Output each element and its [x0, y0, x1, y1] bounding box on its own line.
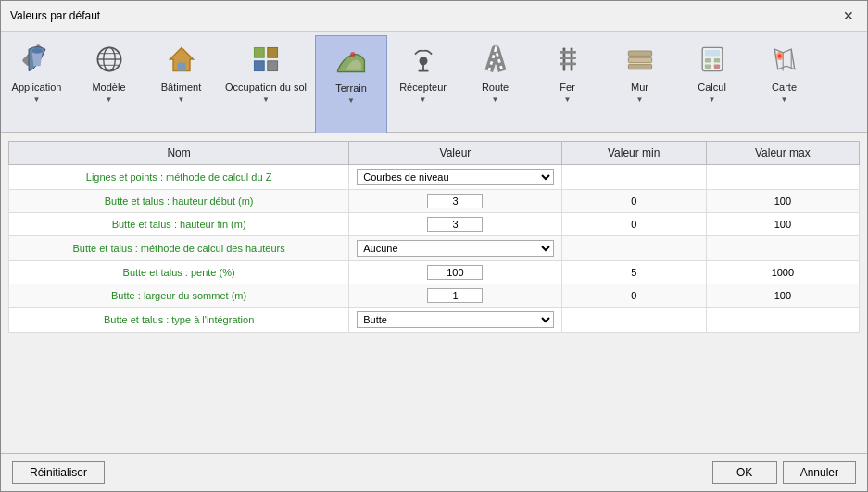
svg-rect-10: [268, 47, 278, 57]
row-value-3[interactable]: AucuneMéthode 1Méthode 2: [349, 236, 562, 261]
row-value-1[interactable]: [349, 190, 562, 213]
toolbar-label-mur: Mur: [631, 82, 648, 94]
toolbar-item-route[interactable]: Route▼: [459, 35, 532, 132]
row-max-6: [706, 308, 859, 333]
title-bar: Valeurs par défaut ✕: [1, 1, 867, 32]
svg-rect-23: [628, 64, 651, 69]
col-header-min: Valeur min: [561, 142, 706, 165]
terrain-icon: [333, 42, 370, 79]
row-value-0[interactable]: Courbes de niveauPoints ZAucune: [349, 165, 562, 190]
toolbar-label-recepteur: Récepteur: [399, 82, 447, 94]
bottom-bar: Réinitialiser OK Annuler: [1, 453, 867, 491]
toolbar-item-carte[interactable]: Carte▼: [748, 35, 821, 132]
content-area: Nom Valeur Valeur min Valeur max Lignes …: [1, 133, 867, 453]
toolbar-label-application: Application: [12, 82, 62, 94]
row-select-0[interactable]: Courbes de niveauPoints ZAucune: [357, 169, 554, 185]
occupation-icon: [247, 41, 284, 78]
toolbar-item-calcul[interactable]: Calcul▼: [676, 35, 748, 132]
row-name-5: Butte : largeur du sommet (m): [9, 284, 349, 308]
ok-button[interactable]: OK: [712, 461, 777, 484]
mur-icon: [622, 41, 659, 78]
row-select-3[interactable]: AucuneMéthode 1Méthode 2: [357, 240, 554, 257]
toolbar-arrow-terrain: ▼: [347, 96, 355, 105]
row-value-4[interactable]: [349, 261, 562, 284]
dialog-title: Valeurs par défaut: [10, 9, 100, 22]
row-max-2: 100: [706, 213, 859, 236]
toolbar-item-terrain[interactable]: Terrain▼: [315, 35, 387, 133]
toolbar-arrow-calcul: ▼: [709, 95, 716, 104]
svg-rect-9: [254, 47, 264, 57]
toolbar-arrow-batiment: ▼: [178, 95, 185, 104]
svg-rect-27: [713, 58, 719, 63]
row-max-1: 100: [706, 190, 859, 213]
table-row: Butte et talus : type à l'intégrationBut…: [9, 308, 860, 333]
svg-rect-21: [628, 51, 651, 56]
row-max-5: 100: [706, 284, 859, 308]
recepteur-icon: [405, 41, 442, 78]
row-input-5[interactable]: [427, 288, 483, 303]
svg-rect-25: [704, 50, 719, 56]
toolbar-label-calcul: Calcul: [698, 82, 726, 94]
toolbar-label-terrain: Terrain: [335, 82, 367, 95]
toolbar-arrow-mur: ▼: [636, 95, 644, 104]
toolbar-label-batiment: Bâtiment: [161, 82, 201, 94]
toolbar-item-occupation[interactable]: Occupation du sol▼: [218, 35, 315, 132]
row-min-6: [561, 308, 706, 333]
svg-rect-19: [560, 57, 576, 59]
svg-rect-12: [268, 61, 278, 71]
close-button[interactable]: ✕: [839, 6, 858, 25]
row-min-0: [561, 165, 706, 190]
row-input-1[interactable]: [427, 194, 483, 208]
reset-button[interactable]: Réinitialiser: [12, 461, 105, 484]
row-name-3: Butte et talus : méthode de calcul des h…: [9, 236, 349, 261]
application-icon: [19, 41, 56, 78]
row-min-4: 5: [561, 261, 706, 284]
table-row: Butte et talus : hauteur fin (m)0100: [9, 213, 860, 236]
row-min-3: [561, 236, 706, 261]
toolbar-label-fer: Fer: [560, 82, 575, 94]
table-row: Butte et talus : hauteur début (m)0100: [9, 190, 860, 213]
toolbar-label-occupation: Occupation du sol: [225, 82, 307, 94]
toolbar-arrow-application: ▼: [33, 95, 41, 104]
toolbar-item-modele[interactable]: Modèle▼: [73, 35, 145, 132]
row-value-2[interactable]: [349, 213, 562, 236]
data-table: Nom Valeur Valeur min Valeur max Lignes …: [8, 141, 860, 333]
row-min-2: 0: [561, 213, 706, 236]
toolbar-arrow-occupation: ▼: [262, 95, 270, 104]
toolbar-label-modele: Modèle: [92, 82, 125, 94]
dialog: Valeurs par défaut ✕ Application▼Modèle▼…: [0, 0, 868, 492]
fer-icon: [549, 41, 586, 78]
toolbar-item-application[interactable]: Application▼: [1, 35, 73, 132]
toolbar-label-route: Route: [482, 82, 509, 94]
svg-point-13: [350, 52, 355, 57]
toolbar-arrow-carte: ▼: [781, 95, 788, 104]
toolbar-item-batiment[interactable]: Bâtiment▼: [145, 35, 218, 132]
svg-rect-11: [254, 61, 264, 71]
ok-cancel-group: OK Annuler: [712, 461, 856, 484]
svg-point-1: [31, 48, 42, 53]
row-value-6[interactable]: ButteTalusAucune: [349, 308, 562, 333]
toolbar-item-mur[interactable]: Mur▼: [604, 35, 676, 132]
toolbar-item-fer[interactable]: Fer▼: [532, 35, 604, 132]
toolbar-item-recepteur[interactable]: Récepteur▼: [387, 35, 459, 132]
row-min-5: 0: [561, 284, 706, 308]
svg-rect-28: [704, 64, 710, 69]
row-name-6: Butte et talus : type à l'intégration: [9, 308, 349, 333]
col-header-name: Nom: [9, 142, 349, 165]
cancel-button[interactable]: Annuler: [783, 461, 856, 484]
row-max-3: [706, 236, 859, 261]
table-row: Butte et talus : pente (%)51000: [9, 261, 860, 284]
row-select-6[interactable]: ButteTalusAucune: [357, 311, 554, 328]
row-max-0: [706, 165, 859, 190]
svg-rect-22: [628, 57, 651, 62]
carte-icon: [766, 41, 803, 78]
svg-rect-8: [177, 63, 185, 71]
row-input-4[interactable]: [427, 265, 483, 280]
row-input-2[interactable]: [427, 217, 483, 232]
row-name-2: Butte et talus : hauteur fin (m): [9, 213, 349, 236]
row-max-4: 1000: [706, 261, 859, 284]
col-header-value: Valeur: [349, 142, 562, 165]
svg-rect-26: [704, 58, 710, 63]
row-value-5[interactable]: [349, 284, 562, 308]
svg-rect-20: [560, 63, 576, 66]
